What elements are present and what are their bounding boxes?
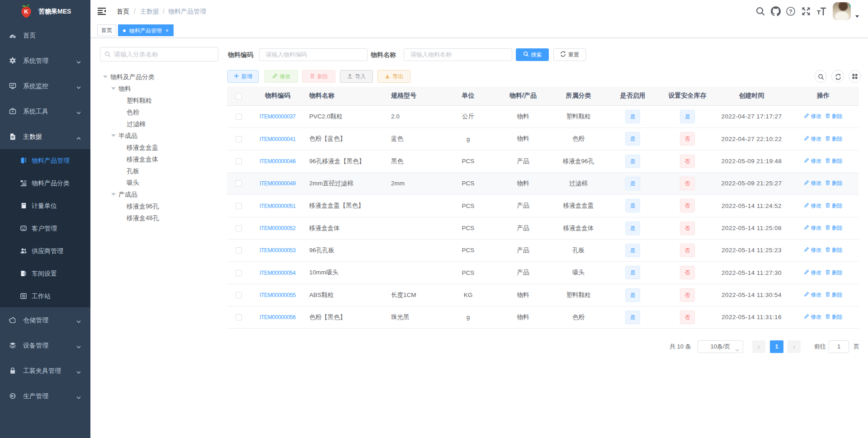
svg-text:K: K [24, 8, 28, 15]
svg-text:?: ? [789, 9, 792, 15]
